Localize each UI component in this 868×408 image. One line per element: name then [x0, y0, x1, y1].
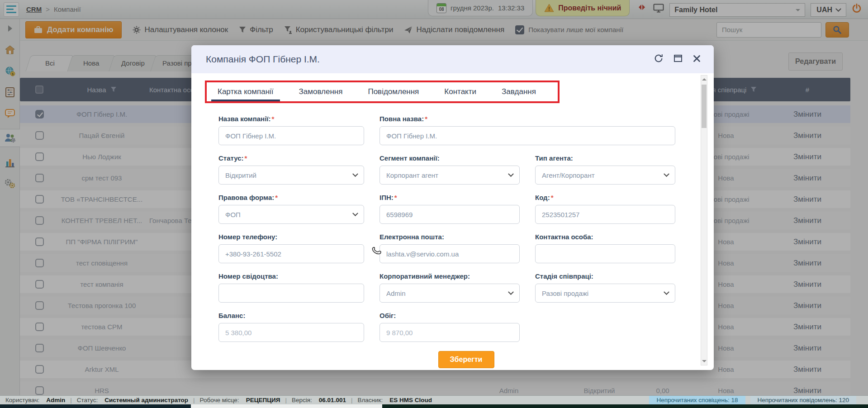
ipn-input[interactable] — [379, 205, 520, 224]
field-certificate: Номер свідоцтва: — [218, 272, 364, 303]
field-email: Електронна пошта: — [379, 233, 520, 263]
workplace-label: Робоче місце: — [200, 397, 239, 403]
field-contact-person: Контактна особа: — [535, 233, 675, 263]
field-manager: Корпоративний менеджер: Admin — [379, 272, 520, 303]
segment-select[interactable]: Корпорант агент — [379, 166, 520, 185]
chevron-down-icon — [352, 210, 358, 216]
version-label: Версія: — [292, 397, 312, 403]
field-legal-form: Правова форма:* ФОП — [218, 194, 364, 224]
scrollbar-thumb[interactable] — [702, 85, 707, 128]
taskbar-strip — [0, 404, 868, 408]
agent-type-select[interactable]: Агент/Корпорант — [535, 166, 675, 185]
contact-person-input[interactable] — [535, 244, 675, 263]
field-full-name: Повна назва:* — [379, 115, 675, 145]
modal-tab-orders[interactable]: Замовлення — [299, 82, 343, 101]
phone-icon[interactable] — [371, 245, 383, 259]
field-stage: Стадія співпраці: Разові продажі — [535, 272, 675, 303]
stage-select[interactable]: Разові продажі — [535, 284, 675, 303]
owner-value: ES HMS Cloud — [389, 397, 432, 403]
owner-label: Власник: — [357, 397, 383, 403]
manager-select[interactable]: Admin — [379, 284, 520, 303]
modal-tab-contacts[interactable]: Контакти — [444, 82, 476, 101]
field-turnover: Обіг: — [379, 312, 520, 342]
balance-input[interactable] — [218, 323, 364, 342]
field-company-name: Назва компанії:* — [218, 115, 364, 145]
modal-header: Компанія ФОП Гібнер І.М. — [191, 45, 714, 73]
field-ipn: ІПН:* — [379, 194, 520, 224]
maximize-icon[interactable] — [674, 54, 683, 65]
close-icon[interactable] — [693, 54, 701, 65]
field-code: Код:* — [535, 194, 675, 224]
scroll-up-icon[interactable] — [701, 76, 707, 83]
status-label: Статус: — [77, 397, 98, 403]
chevron-down-icon — [664, 171, 669, 177]
field-segment: Сегмент компанії: Корпорант агент — [379, 154, 520, 185]
separator: | — [285, 397, 287, 403]
modal-tab-company-card[interactable]: Картка компанії — [218, 82, 274, 101]
status-bar: Користувач:Admin | Статус:Системный адми… — [0, 395, 868, 404]
user-label: Користувач: — [5, 397, 39, 403]
chevron-down-icon — [508, 289, 514, 295]
chevron-down-icon — [664, 289, 669, 295]
modal-title: Компанія ФОП Гібнер І.М. — [206, 54, 320, 65]
field-agent-type: Тип агента: Агент/Корпорант — [535, 154, 675, 185]
field-phone: Номер телефону: — [218, 233, 364, 263]
certificate-input[interactable] — [218, 284, 364, 303]
scroll-down-icon[interactable] — [701, 358, 707, 365]
user-value: Admin — [46, 397, 65, 403]
company-name-input[interactable] — [218, 126, 364, 145]
field-balance: Баланс: — [218, 312, 364, 342]
field-status: Статус:* Відкритий — [218, 154, 364, 185]
separator: | — [351, 397, 353, 403]
modal-scrollbar[interactable] — [701, 75, 707, 365]
unread-messages-badge[interactable]: Непрочитаних повідомлень: 120 — [750, 396, 856, 404]
company-form: Назва компанії:* Повна назва:* Статус:* … — [191, 103, 714, 368]
unread-notifications-badge[interactable]: Непрочитаних сповіщень: 18 — [649, 396, 745, 404]
modal-tabs-highlight-box: Картка компанії Замовлення Повідомлення … — [205, 81, 560, 103]
email-input[interactable] — [379, 244, 520, 263]
save-button[interactable]: Зберегти — [438, 351, 494, 368]
workplace-value: РЕЦЕПЦИЯ — [246, 397, 280, 403]
code-input[interactable] — [535, 205, 675, 224]
chevron-down-icon — [352, 171, 358, 177]
phone-input[interactable] — [218, 244, 364, 263]
company-card-modal: Компанія ФОП Гібнер І.М. Картка компанії… — [191, 45, 714, 370]
status-value: Системный администратор — [104, 397, 188, 403]
chevron-down-icon — [508, 171, 514, 177]
legal-form-select[interactable]: ФОП — [218, 205, 364, 224]
status-select[interactable]: Відкритий — [218, 166, 364, 185]
turnover-input[interactable] — [379, 323, 520, 342]
modal-tab-messages[interactable]: Повідомлення — [368, 82, 419, 101]
version-value: 06.01.001 — [319, 397, 346, 403]
separator: | — [70, 397, 72, 403]
modal-tab-tasks[interactable]: Завдання — [502, 82, 536, 101]
refresh-icon[interactable] — [654, 53, 664, 65]
separator: | — [193, 397, 195, 403]
full-name-input[interactable] — [379, 126, 675, 145]
